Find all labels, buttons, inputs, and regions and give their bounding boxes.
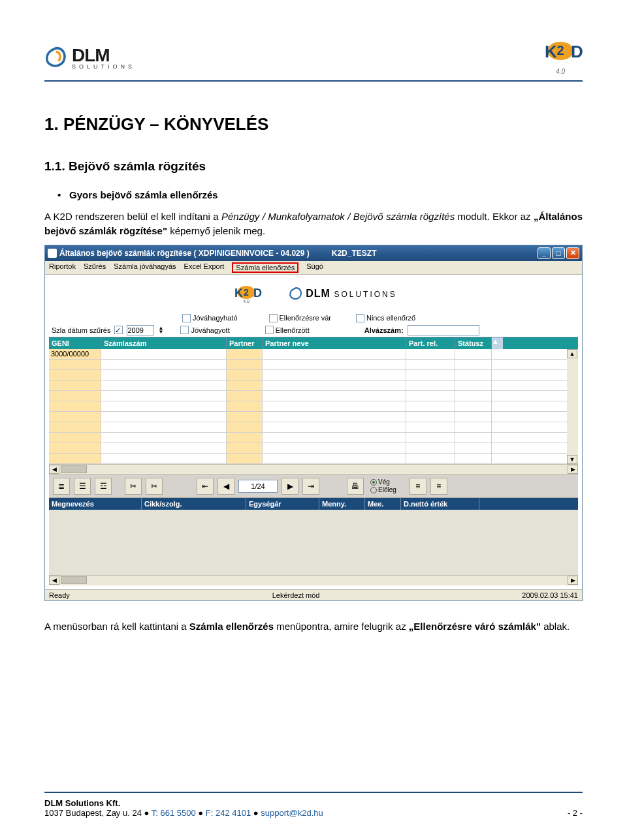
chk-ellenorzott[interactable]: Ellenőrzött — [265, 326, 310, 334]
grid1-row: 3000/00000 — [49, 349, 567, 360]
col2-dnetto[interactable]: D.nettó érték — [401, 498, 479, 510]
col-geni[interactable]: GENI — [49, 337, 101, 349]
col2-megnevezes[interactable]: Megnevezés — [49, 498, 142, 510]
pager-input[interactable] — [238, 480, 278, 493]
menu-excelexport[interactable]: Excel Export — [184, 262, 225, 273]
tool-print[interactable]: 🖶 — [347, 478, 364, 495]
tool-last[interactable]: ⇥ — [302, 478, 319, 495]
lbl-jovahagyhato: Jóváhagyható — [193, 314, 238, 322]
col-partner-neve[interactable]: Partner neve — [263, 337, 406, 349]
menu-riportok[interactable]: Riportok — [49, 262, 76, 273]
paragraph-1: A K2D rendszeren belül el kell indítani … — [44, 210, 583, 238]
col-szamlaszam[interactable]: Számlaszám — [101, 337, 227, 349]
lbl-jovahagyott: Jóváhagyott — [191, 326, 229, 334]
p2-c: menüpontra, amire felugrik az — [274, 621, 409, 632]
p1-part-e: képernyő jelenik meg. — [167, 225, 265, 236]
svg-text:K: K — [234, 287, 243, 300]
bullet-item: Gyors bejövő számla ellenőrzés — [44, 189, 583, 200]
p1-part-c: modult. Ekkor az — [455, 211, 534, 222]
chk-jovahagyott[interactable]: Jóváhagyott — [180, 326, 229, 334]
window-title: Általános bejövő számlák rögzítése ( XDP… — [59, 249, 310, 258]
grid1-body[interactable]: 3000/00000 — [49, 349, 567, 464]
logo-dlm: DLM SOLUTIONS — [44, 45, 135, 70]
tool-extra-1[interactable]: ≡ — [410, 478, 426, 495]
alvazszam-input[interactable] — [408, 325, 479, 335]
dlm-swirl-icon — [44, 46, 68, 69]
page-footer: DLM Solutions Kft. 1037 Budapest, Zay u.… — [44, 792, 583, 823]
grid2-hscroll[interactable]: ◀▶ — [49, 575, 578, 585]
chk-nincs-ellenorzo[interactable]: Nincs ellenőrző — [356, 314, 415, 322]
lbl-nincs: Nincs ellenőrző — [366, 314, 415, 322]
col2-egysegar[interactable]: Egységár — [246, 498, 319, 510]
toolbar: ≣ ☰ ☲ ✂ ✂ ⇤ ◀ ▶ ⇥ 🖶 Vég Előleg ≡ — [49, 474, 578, 498]
filter-row-2: Szla dátum szűrés ✓ ▲▼ Jóváhagyott Ellen… — [49, 324, 578, 337]
col-part-rel[interactable]: Part. rel. — [406, 337, 455, 349]
chk-ellenorzesre-var[interactable]: Ellenőrzésre vár — [269, 314, 331, 322]
p2-b: Számla ellenőrzés — [189, 621, 274, 632]
tool-list-2[interactable]: ☰ — [74, 478, 91, 495]
status-time: 2009.02.03 15:41 — [522, 591, 578, 599]
col-partner[interactable]: Partner — [227, 337, 263, 349]
heading-2: 1.1. Bejövő számla rögzítés — [44, 159, 583, 174]
p2-a: A menüsorban rá kell kattintani a — [44, 621, 189, 632]
svg-text:2: 2 — [556, 43, 564, 57]
logo-k2d: 2KD 4.0 — [538, 39, 583, 75]
chk-jovahagyhato[interactable]: Jóváhagyható — [182, 314, 238, 322]
menu-szamla-ellenorzes[interactable]: Számla ellenőrzés — [232, 262, 298, 273]
grid1-vscroll[interactable]: ▲▼ — [567, 349, 578, 464]
footer-addr: 1037 Budapest, Zay u. 24 ● — [44, 808, 152, 818]
page-header: DLM SOLUTIONS 2KD 4.0 — [44, 39, 583, 82]
content-logos: 2KD4.0 DLM SOLUTIONS — [49, 279, 578, 313]
p2-d: „Ellenőrzésre váró számlák" — [409, 621, 541, 632]
lbl-ellenorzott: Ellenőrzött — [276, 326, 310, 334]
menu-szures[interactable]: Szűrés — [84, 262, 106, 273]
cell-geni[interactable]: 3000/00000 — [49, 349, 101, 359]
minimize-button[interactable]: _ — [538, 247, 551, 259]
lbl-eloleg: Előleg — [378, 486, 396, 493]
svg-text:D: D — [253, 287, 262, 300]
svg-text:K: K — [545, 42, 557, 61]
tool-cut[interactable]: ✂ — [125, 478, 142, 495]
maximize-button[interactable]: □ — [552, 247, 565, 259]
footer-sep2: ● — [251, 808, 261, 818]
tool-list-3[interactable]: ☲ — [95, 478, 112, 495]
heading-1: 1. PÉNZÜGY – KÖNYVELÉS — [44, 114, 583, 134]
filter-row-1: Jóváhagyható Ellenőrzésre vár Nincs elle… — [49, 313, 578, 324]
grid1-hscroll[interactable]: ◀▶ — [49, 464, 578, 474]
tool-list-1[interactable]: ≣ — [53, 478, 70, 495]
col2-menny[interactable]: Menny. — [319, 498, 365, 510]
tool-first[interactable]: ⇤ — [197, 478, 214, 495]
grid1-scroll-corner: ▲ — [492, 337, 503, 349]
app-icon — [48, 249, 57, 258]
radio-eloleg[interactable]: Előleg — [370, 486, 396, 493]
chk-date-filter[interactable]: ✓ — [114, 326, 123, 334]
year-input[interactable] — [127, 325, 154, 335]
svg-text:4.0: 4.0 — [243, 299, 249, 303]
statusbar: Ready Lekérdezt mód 2009.02.03 15:41 — [45, 589, 582, 600]
status-mode: Lekérdezt mód — [272, 591, 320, 599]
titlebar: Általános bejövő számlák rögzítése ( XDP… — [45, 245, 582, 261]
close-button[interactable]: ✕ — [566, 247, 579, 259]
k2d-icon: 2KD — [538, 39, 583, 65]
lbl-ellvar: Ellenőrzésre vár — [280, 314, 331, 322]
year-spinner[interactable]: ▲▼ — [158, 326, 163, 334]
logo-text-sub: SOLUTIONS — [72, 63, 135, 70]
tool-next[interactable]: ▶ — [281, 478, 298, 495]
tool-extra-2[interactable]: ≡ — [430, 478, 447, 495]
grid2-body[interactable] — [49, 510, 578, 575]
window-env: K2D_TESZT — [332, 249, 377, 258]
menubar: Riportok Szűrés Számla jóváhagyás Excel … — [45, 261, 582, 275]
col-statusz[interactable]: Státusz — [455, 337, 492, 349]
tool-prev[interactable]: ◀ — [217, 478, 234, 495]
menu-sugo[interactable]: Súgó — [306, 262, 323, 273]
radio-veg[interactable]: Vég — [370, 478, 396, 486]
col2-mee[interactable]: Mee. — [365, 498, 401, 510]
paragraph-2: A menüsorban rá kell kattintani a Számla… — [44, 619, 583, 634]
k2d-version: 4.0 — [538, 68, 583, 75]
dlm-mini-logo: DLM SOLUTIONS — [289, 287, 396, 301]
col2-cikk[interactable]: Cikk/szolg. — [142, 498, 246, 510]
tool-cut-2[interactable]: ✂ — [146, 478, 163, 495]
p2-e: ablak. — [541, 621, 570, 632]
menu-jovahagyas[interactable]: Számla jóváhagyás — [114, 262, 176, 273]
lbl-veg: Vég — [378, 478, 390, 486]
